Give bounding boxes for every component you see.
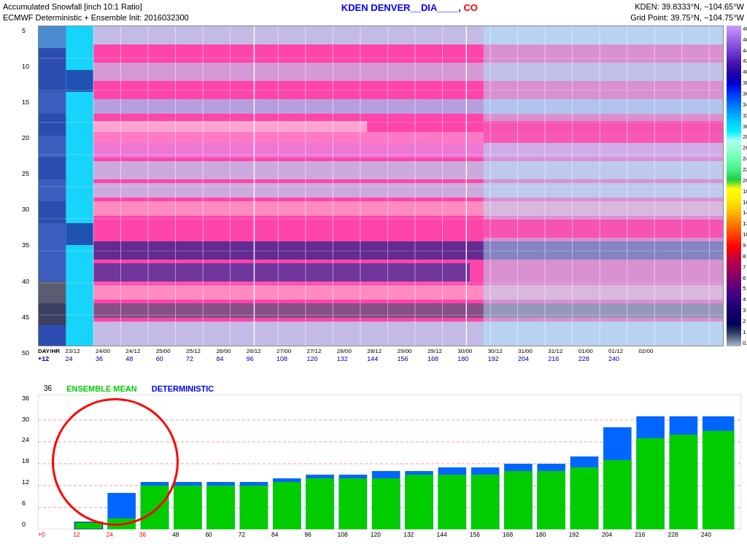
svg-rect-96 bbox=[339, 478, 368, 529]
heatmap-svg bbox=[38, 26, 724, 346]
main-container: Accumulated Snowfall [inch 10:1 Ratio] E… bbox=[0, 0, 747, 560]
svg-rect-14 bbox=[39, 325, 66, 346]
svg-rect-102 bbox=[438, 475, 467, 529]
title-line1: Accumulated Snowfall [inch 10:1 Ratio] bbox=[3, 1, 189, 12]
svg-rect-79 bbox=[74, 522, 103, 529]
y-label-36: 36 bbox=[44, 384, 52, 393]
svg-rect-100 bbox=[405, 475, 433, 529]
x-axis-hours: +12 24 36 48 60 72 84 96 108 120 132 144… bbox=[38, 355, 724, 362]
svg-rect-7 bbox=[39, 136, 66, 158]
svg-rect-116 bbox=[670, 435, 698, 529]
heatmap-and-colorbar: DAY/HR 23/12 24/00 24/12 25/00 25/12 26/… bbox=[38, 26, 741, 383]
x-axis-dayhour: DAY/HR 23/12 24/00 24/12 25/00 25/12 26/… bbox=[38, 348, 724, 354]
header-center: KDEN DENVER__DIA____, CO bbox=[341, 1, 478, 24]
svg-rect-17 bbox=[66, 223, 94, 245]
colorbar: 4846444240 3836343230 2826242220 1816141… bbox=[727, 26, 741, 346]
heatmap-svg-container: DAY/HR 23/12 24/00 24/12 25/00 25/12 26/… bbox=[38, 26, 724, 383]
title-line2: ECMWF Deterministic + Ensemble Init: 201… bbox=[3, 12, 189, 23]
top-chart-wrapper: 5 10 15 20 25 30 35 40 45 50 bbox=[0, 26, 747, 383]
svg-rect-90 bbox=[240, 486, 268, 529]
y-axis: 5 10 15 20 25 30 35 40 45 50 bbox=[22, 26, 38, 383]
heatmap-and-bar-row: DAY/HR 23/12 24/00 24/12 25/00 25/12 26/… bbox=[38, 26, 741, 383]
svg-rect-106 bbox=[504, 471, 533, 529]
colorbar-labels: 4846444240 3836343230 2826242220 1816141… bbox=[743, 26, 747, 346]
deterministic-label: DETERMINISTIC bbox=[152, 384, 214, 393]
header: Accumulated Snowfall [inch 10:1 Ratio] E… bbox=[0, 0, 747, 26]
svg-rect-82 bbox=[107, 518, 136, 529]
bar-chart-x-axis: +0 12 24 36 48 60 72 84 96 108 120 132 1… bbox=[38, 531, 741, 538]
svg-rect-112 bbox=[603, 460, 632, 529]
svg-rect-2 bbox=[39, 26, 66, 48]
svg-rect-86 bbox=[174, 486, 202, 529]
svg-rect-34 bbox=[484, 26, 723, 346]
svg-rect-94 bbox=[306, 478, 334, 529]
bottom-chart: 36 ENSEMBLE MEAN DETERMINISTIC 36 30 24 … bbox=[0, 383, 747, 560]
svg-rect-30 bbox=[93, 263, 470, 281]
svg-rect-8 bbox=[39, 158, 66, 179]
svg-rect-4 bbox=[39, 70, 66, 92]
bottom-chart-header: 36 ENSEMBLE MEAN DETERMINISTIC bbox=[22, 383, 741, 394]
coords-line1: KDEN: 39.8333°N, −104.65°W bbox=[630, 1, 744, 12]
colorbar-svg bbox=[727, 26, 741, 346]
svg-rect-84 bbox=[141, 486, 169, 529]
bar-chart-svg-container: +0 12 24 36 48 60 72 84 96 108 120 132 1… bbox=[38, 394, 741, 529]
svg-rect-9 bbox=[39, 179, 66, 201]
svg-rect-88 bbox=[206, 486, 235, 529]
state-label: CO bbox=[463, 2, 478, 13]
svg-rect-104 bbox=[471, 475, 500, 529]
bar-chart-area: 36 30 24 18 12 6 0 bbox=[22, 394, 741, 529]
svg-rect-110 bbox=[570, 467, 599, 529]
ensemble-label: ENSEMBLE MEAN bbox=[66, 384, 137, 393]
svg-rect-92 bbox=[273, 482, 301, 529]
station-name: KDEN DENVER__DIA____, bbox=[341, 2, 461, 13]
svg-rect-36 bbox=[484, 219, 723, 238]
bar-chart bbox=[38, 394, 741, 529]
svg-rect-118 bbox=[703, 431, 734, 529]
svg-rect-10 bbox=[39, 201, 66, 223]
svg-rect-11 bbox=[39, 223, 66, 281]
svg-rect-16 bbox=[66, 70, 94, 92]
svg-rect-70 bbox=[727, 26, 741, 346]
svg-rect-12 bbox=[39, 281, 66, 303]
svg-rect-114 bbox=[636, 438, 665, 529]
svg-rect-5 bbox=[39, 92, 66, 114]
coords-line2: Grid Point: 39.75°N, −104.75°W bbox=[630, 12, 744, 23]
bar-chart-y-axis: 36 30 24 18 12 6 0 bbox=[22, 394, 38, 529]
header-right: KDEN: 39.8333°N, −104.65°W Grid Point: 3… bbox=[630, 1, 744, 24]
svg-rect-6 bbox=[39, 114, 66, 136]
svg-rect-3 bbox=[39, 48, 66, 70]
svg-rect-98 bbox=[372, 478, 400, 529]
header-left: Accumulated Snowfall [inch 10:1 Ratio] E… bbox=[3, 1, 189, 24]
svg-rect-35 bbox=[484, 121, 723, 143]
svg-rect-108 bbox=[537, 471, 565, 529]
svg-rect-13 bbox=[39, 303, 66, 325]
